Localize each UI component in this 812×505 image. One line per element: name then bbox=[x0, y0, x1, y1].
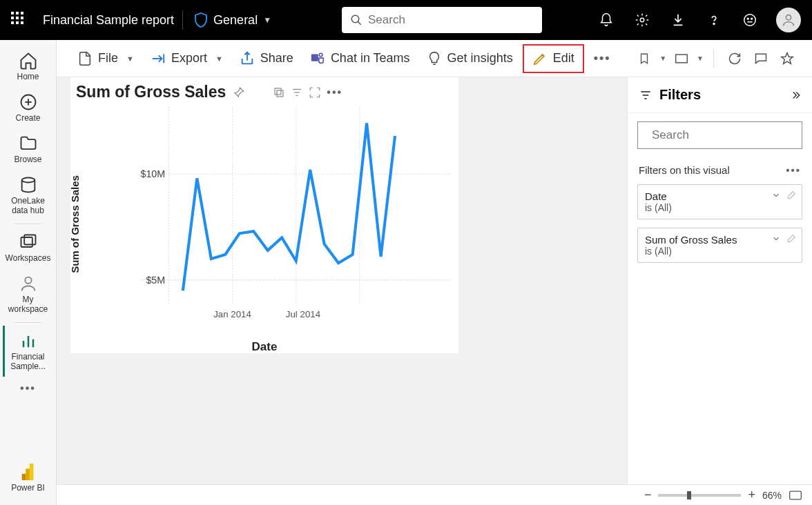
nav-myworkspace[interactable]: My workspace bbox=[4, 268, 52, 319]
sensitivity-dropdown[interactable]: General ▼ bbox=[194, 12, 271, 28]
chevron-down-icon[interactable]: ▼ bbox=[697, 55, 704, 62]
zoom-level: 66% bbox=[762, 490, 782, 501]
settings-icon[interactable] bbox=[628, 6, 656, 34]
filter-icon[interactable] bbox=[291, 86, 303, 99]
comment-button[interactable] bbox=[750, 48, 772, 70]
edit-button[interactable]: Edit bbox=[523, 44, 584, 73]
filter-card-date[interactable]: Date is (All) bbox=[637, 184, 802, 219]
collapse-icon[interactable] bbox=[789, 89, 801, 101]
svg-point-2 bbox=[640, 18, 644, 22]
nav-label: Power BI bbox=[11, 483, 45, 493]
nav-home[interactable]: Home bbox=[4, 46, 52, 87]
export-menu[interactable]: Export ▼ bbox=[144, 47, 230, 70]
feedback-icon[interactable] bbox=[736, 6, 764, 34]
fit-page-icon[interactable] bbox=[789, 490, 802, 501]
file-menu[interactable]: File ▼ bbox=[70, 47, 141, 70]
zoom-slider[interactable] bbox=[658, 494, 741, 497]
svg-point-5 bbox=[747, 18, 748, 19]
export-label: Export bbox=[171, 51, 207, 66]
share-button[interactable]: Share bbox=[233, 47, 300, 70]
nav-label: Workspaces bbox=[6, 253, 51, 263]
filters-pane: Filters Filters on this visual ••• Date … bbox=[627, 77, 812, 484]
view-dropdown[interactable] bbox=[670, 48, 693, 70]
zoom-out-button[interactable]: − bbox=[644, 488, 652, 502]
nav-label: Home bbox=[17, 72, 39, 81]
y-tick: $5M bbox=[146, 275, 165, 286]
search-input[interactable] bbox=[368, 13, 534, 27]
svg-rect-28 bbox=[676, 55, 688, 63]
eraser-icon[interactable] bbox=[786, 234, 796, 244]
chevron-down-icon[interactable]: ▼ bbox=[659, 55, 666, 62]
status-bar: − + 66% bbox=[57, 484, 812, 505]
report-canvas[interactable]: Sum of Gross Sales ••• Sum of Gross Sale… bbox=[57, 77, 627, 484]
nav-label: OneLake data hub bbox=[4, 196, 52, 215]
more-icon: ••• bbox=[20, 382, 36, 395]
more-icon[interactable]: ••• bbox=[327, 86, 342, 99]
filter-icon bbox=[639, 88, 652, 102]
refresh-button[interactable] bbox=[724, 48, 746, 70]
sensitivity-label: General bbox=[213, 13, 258, 28]
nav-label: Browse bbox=[14, 155, 41, 164]
svg-rect-20 bbox=[21, 474, 26, 480]
filter-card-gross-sales[interactable]: Sum of Gross Sales is (All) bbox=[637, 228, 802, 263]
command-bar: File ▼ Export ▼ Share T Chat in Teams Ge… bbox=[57, 40, 812, 77]
favorite-button[interactable] bbox=[776, 48, 798, 70]
nav-workspaces[interactable]: Workspaces bbox=[4, 227, 52, 268]
chevron-down-icon: ▼ bbox=[263, 15, 271, 25]
svg-line-1 bbox=[358, 21, 361, 25]
y-tick: $10M bbox=[140, 168, 165, 179]
nav-label: Create bbox=[15, 113, 40, 123]
global-search[interactable] bbox=[342, 7, 542, 33]
pin-icon[interactable] bbox=[233, 86, 245, 99]
report-title: Financial Sample report bbox=[43, 13, 174, 28]
svg-text:T: T bbox=[313, 54, 317, 60]
y-axis-title: Sum of Gross Sales bbox=[69, 175, 81, 273]
top-header: Financial Sample report General ▼ bbox=[0, 0, 812, 40]
nav-financial-sample[interactable]: Financial Sample... bbox=[3, 326, 51, 377]
insights-button[interactable]: Get insights bbox=[420, 47, 520, 70]
notifications-icon[interactable] bbox=[592, 6, 620, 34]
search-icon bbox=[350, 14, 362, 26]
filters-search-input[interactable] bbox=[652, 128, 798, 142]
nav-create[interactable]: Create bbox=[4, 87, 52, 128]
app-launcher-icon[interactable] bbox=[11, 12, 28, 28]
chat-label: Chat in Teams bbox=[331, 51, 410, 66]
nav-powerbi[interactable]: Power BI bbox=[4, 457, 52, 498]
chevron-down-icon[interactable] bbox=[771, 190, 781, 200]
svg-rect-46 bbox=[790, 491, 802, 499]
svg-point-6 bbox=[751, 18, 753, 19]
chart-plot: $10M $5M Jan 2014 Jul 2014 bbox=[98, 107, 452, 319]
zoom-in-button[interactable]: + bbox=[748, 488, 755, 502]
line-chart-visual[interactable]: Sum of Gross Sales ••• Sum of Gross Sale… bbox=[70, 77, 458, 353]
nav-label: Financial Sample... bbox=[5, 352, 51, 371]
shield-icon bbox=[194, 12, 208, 28]
more-icon[interactable]: ••• bbox=[786, 164, 801, 176]
copy-icon[interactable] bbox=[273, 86, 285, 99]
nav-more[interactable]: ••• bbox=[4, 377, 52, 400]
svg-rect-13 bbox=[24, 235, 35, 245]
chevron-down-icon[interactable] bbox=[771, 234, 781, 244]
eraser-icon[interactable] bbox=[786, 190, 796, 200]
file-label: File bbox=[98, 51, 118, 66]
user-avatar[interactable] bbox=[776, 8, 801, 32]
visual-title: Sum of Gross Sales bbox=[76, 83, 226, 101]
bookmark-dropdown[interactable] bbox=[633, 48, 655, 70]
svg-point-14 bbox=[25, 277, 31, 284]
help-icon[interactable] bbox=[700, 6, 728, 34]
focus-icon[interactable] bbox=[309, 86, 321, 99]
chevron-down-icon: ▼ bbox=[126, 55, 134, 63]
filters-search[interactable] bbox=[637, 121, 802, 149]
more-menu[interactable]: ••• bbox=[587, 47, 618, 70]
insights-label: Get insights bbox=[447, 51, 513, 66]
svg-rect-31 bbox=[275, 88, 281, 95]
nav-onelake[interactable]: OneLake data hub bbox=[4, 170, 52, 221]
chat-teams-button[interactable]: T Chat in Teams bbox=[303, 47, 417, 70]
svg-rect-12 bbox=[21, 237, 32, 247]
filters-title: Filters bbox=[659, 87, 782, 103]
x-tick: Jan 2014 bbox=[213, 309, 251, 319]
nav-browse[interactable]: Browse bbox=[4, 128, 52, 170]
svg-point-26 bbox=[319, 53, 322, 57]
left-nav: Home Create Browse OneLake data hub Work… bbox=[0, 40, 57, 505]
download-icon[interactable] bbox=[664, 6, 692, 34]
svg-point-7 bbox=[786, 15, 791, 20]
